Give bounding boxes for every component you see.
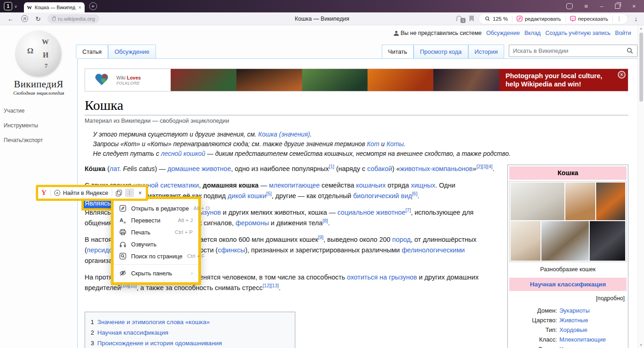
cat-photo[interactable]: [590, 221, 625, 261]
user-icon: [394, 31, 399, 36]
toc-entry[interactable]: 1 Значение и этимология слова «кошка»: [91, 317, 289, 327]
browser-tab[interactable]: W Кошка — Википедия ×: [24, 2, 85, 12]
wikipedia-globe-logo[interactable]: Ω W И 7: [16, 31, 61, 76]
personal-link-contributions[interactable]: Вклад: [524, 30, 541, 36]
banner-photo: [171, 69, 236, 91]
zoom-control[interactable]: 125 %: [481, 16, 512, 22]
tab-group-button[interactable]: 1 ∨: [4, 2, 17, 11]
classification-row: Отряд: Хищные: [509, 344, 627, 348]
rank-value-link[interactable]: Млекопитающие: [559, 335, 627, 344]
rank-value-link[interactable]: Эукариоты: [559, 306, 627, 315]
classification-header[interactable]: Научная классификация: [509, 278, 627, 291]
editor-icon: [119, 205, 126, 212]
search-input[interactable]: [513, 47, 627, 54]
tab-history[interactable]: История: [468, 45, 504, 58]
tagline: Материал из Википедии — свободной энцикл…: [85, 117, 628, 124]
details-link[interactable]: [подробно]: [509, 291, 627, 305]
translate-icon: Aж: [119, 217, 126, 224]
lock-icon: [52, 17, 56, 21]
page-scrollbar[interactable]: ▲ ▼: [638, 25, 644, 348]
classification-row: Домен: Эукариоты: [509, 306, 627, 315]
sidebar-group-print: Печать/экспорт: [4, 137, 74, 143]
globe-letter: W: [42, 38, 49, 46]
wiki-loves-folklore-banner[interactable]: Wiki Loves FOLKLORE Photograph your loca…: [85, 68, 628, 91]
popup-more-icon[interactable]: ⋮: [125, 188, 134, 197]
scroll-up-icon[interactable]: ▲: [639, 27, 643, 30]
address-bar[interactable]: ru.wikipedia.org: [47, 14, 100, 23]
personal-link-discussion[interactable]: Обсуждение: [486, 30, 520, 36]
browser-menu-icon[interactable]: ≡: [585, 3, 588, 9]
rank-value-link[interactable]: Хищные: [559, 344, 627, 348]
toc-link[interactable]: Значение и этимология слова «кошка»: [98, 317, 210, 327]
personal-bar: Вы не представились системе Обсуждение В…: [394, 30, 631, 36]
retell-button[interactable]: пересказать: [566, 16, 612, 22]
minimize-icon[interactable]: –: [600, 3, 603, 9]
svg-text:A: A: [120, 217, 123, 223]
menu-item-open-in-editor[interactable]: Открыть в редакторе Alt + O: [114, 202, 198, 214]
restore-window-icon[interactable]: [615, 4, 620, 9]
cat-photo-collage: [509, 181, 627, 262]
banner-logo: Wiki Loves FOLKLORE: [85, 69, 171, 91]
search-icon[interactable]: [627, 47, 633, 54]
yandex-home-icon[interactable]: Я: [21, 15, 28, 22]
tab-article[interactable]: Статья: [76, 45, 108, 59]
downloads-icon[interactable]: ↓: [634, 15, 638, 23]
menu-item-print[interactable]: Печать Ctrl + P: [114, 226, 198, 238]
toc-entry[interactable]: 3 Происхождение и история одомашнивания: [91, 338, 289, 348]
hatnote: Запросы «Кот» и «Коты» перенаправляются …: [93, 139, 628, 149]
magnifier-icon: [485, 16, 490, 22]
cat-photo[interactable]: [511, 221, 540, 261]
side-panel-icon[interactable]: [566, 3, 573, 9]
banner-photo: [433, 69, 499, 91]
edit-page-button[interactable]: редактировать: [512, 16, 565, 22]
tab-read[interactable]: Читать: [382, 45, 414, 59]
banner-close-icon[interactable]: ×: [618, 71, 626, 79]
tab-view-source[interactable]: Просмотр кода: [414, 45, 468, 58]
scroll-down-icon[interactable]: ▼: [639, 343, 643, 347]
menu-item-translate[interactable]: Aж Перевести Alt + J: [114, 214, 198, 226]
toc-link[interactable]: Происхождение и история одомашнивания: [98, 338, 222, 348]
toc-link[interactable]: Научная классификация: [98, 327, 168, 338]
toc-entry[interactable]: 2 Научная классификация: [91, 327, 289, 338]
protect-icon[interactable]: 1: [456, 16, 465, 22]
menu-item-hide-panel[interactable]: Скрыть панель ›: [114, 267, 198, 279]
cat-photo[interactable]: [511, 183, 564, 220]
cat-photo[interactable]: [565, 183, 595, 220]
menu-item-find-on-page[interactable]: Поиск по странице Ctrl + F: [114, 250, 198, 262]
scrollbar-thumb[interactable]: [639, 33, 643, 102]
new-tab-button[interactable]: +: [89, 2, 97, 10]
menu-item-read-aloud[interactable]: Озвучить: [114, 238, 198, 250]
hatnote: Не следует путать с лесной кошкой — дики…: [93, 149, 628, 159]
headphones-icon: [119, 240, 126, 248]
popup-close-icon[interactable]: ×: [138, 190, 143, 196]
globe-letter: Ω: [27, 46, 34, 56]
cat-photo[interactable]: [596, 183, 625, 220]
rank-value-link[interactable]: Хордовые: [559, 325, 627, 335]
wikipedia-wordmark[interactable]: ВикипедиЯ: [4, 79, 74, 90]
more-actions-icon[interactable]: ⋮: [613, 16, 626, 22]
copy-icon[interactable]: [116, 190, 121, 196]
yandex-logo-icon: Y: [41, 189, 46, 197]
tab-close-icon[interactable]: ×: [78, 5, 81, 10]
reload-icon[interactable]: ↻: [35, 15, 41, 23]
personal-link-create-account[interactable]: Создать учётную запись: [545, 30, 610, 36]
svg-text:ж: ж: [124, 220, 126, 224]
printer-icon: [119, 228, 126, 236]
cat-photo[interactable]: [541, 221, 589, 261]
rank-value-link[interactable]: Животные: [559, 315, 627, 325]
taxobox: Кошка Разнообразие кошек Научная классиф…: [507, 165, 628, 348]
sidebar-heading: Инструменты: [4, 122, 74, 129]
tab-discussion[interactable]: Обсуждение: [108, 45, 156, 58]
yandex-selection-popup: Y я Найти в Яндексе ⋮ ×: [36, 185, 148, 201]
retell-icon: [570, 16, 576, 22]
bookmark-icon[interactable]: [469, 16, 474, 22]
close-window-icon[interactable]: ×: [632, 3, 636, 9]
wiki-head: Вы не представились системе Обсуждение В…: [77, 25, 638, 58]
find-in-yandex-button[interactable]: я Найти в Яндексе: [54, 190, 108, 196]
banner-photos: [171, 69, 499, 91]
edit-pencil-icon: [517, 16, 523, 22]
sidebar-heading: Печать/экспорт: [4, 137, 74, 143]
personal-link-login[interactable]: Войти: [615, 30, 631, 36]
classification-row: Тип: Хордовые: [509, 325, 627, 335]
back-icon[interactable]: ←: [7, 15, 14, 23]
